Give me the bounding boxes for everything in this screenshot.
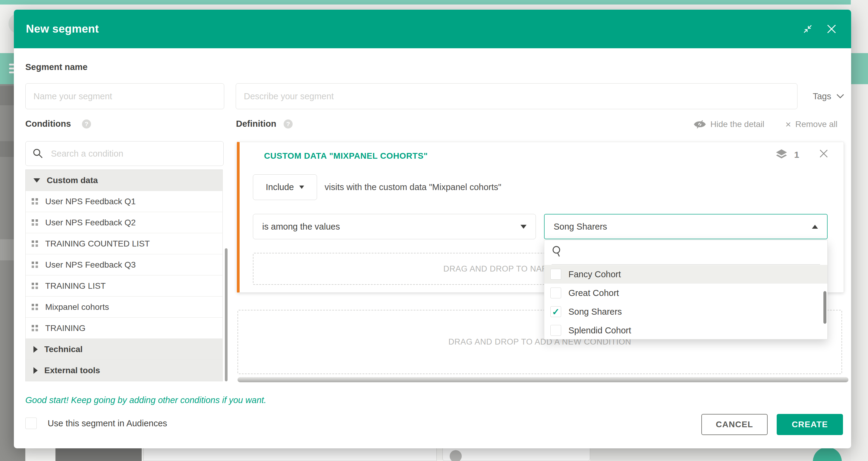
dropdown-search[interactable]	[552, 245, 563, 259]
condition-sentence: visits with the custom data "Mixpanel co…	[324, 174, 501, 200]
audiences-checkbox-row[interactable]: Use this segment in Audiences	[25, 417, 167, 429]
remove-all-x-icon: ×	[785, 120, 791, 128]
values-dropdown[interactable]: Song Sharers	[544, 214, 828, 239]
drag-handle-icon[interactable]	[32, 304, 38, 310]
values-dropdown-panel: Fancy Cohort Great Cohort Song Sharers S…	[544, 240, 828, 339]
remove-all-button[interactable]: × Remove all	[785, 119, 838, 129]
background-panel	[144, 447, 437, 461]
condition-item[interactable]: User NPS Feedback Q1	[26, 191, 222, 212]
layers-icon	[775, 149, 788, 161]
condition-group-external-tools[interactable]: External tools	[26, 360, 222, 381]
conditions-list-scrollbar[interactable]	[225, 248, 227, 381]
search-placeholder: Search a condition	[51, 149, 123, 159]
background-top-bar	[0, 0, 868, 4]
drag-handle-icon[interactable]	[32, 198, 38, 205]
collapse-icon[interactable]	[802, 23, 814, 35]
option-great-cohort[interactable]: Great Cohort	[544, 284, 827, 302]
checkbox-checked[interactable]	[550, 306, 561, 317]
conditions-label: Conditions	[25, 119, 71, 129]
definition-label: Definition	[236, 119, 276, 129]
condition-item[interactable]: TRAINING COUNTED LIST	[26, 233, 222, 254]
create-button[interactable]: CREATE	[777, 414, 843, 435]
remove-all-label: Remove all	[795, 119, 838, 129]
segment-name-input[interactable]	[25, 83, 224, 109]
hide-detail-label: Hide the detail	[710, 119, 764, 129]
definition-help-icon[interactable]: ?	[284, 119, 293, 128]
tags-dropdown[interactable]: Tags	[798, 83, 844, 109]
triangle-down-icon	[521, 225, 527, 229]
checkbox-unchecked[interactable]	[550, 325, 561, 336]
conditions-help-icon[interactable]: ?	[82, 119, 91, 128]
drag-handle-icon[interactable]	[32, 283, 38, 289]
layer-count: 1	[794, 150, 799, 160]
drag-handle-icon[interactable]	[32, 219, 38, 226]
conditions-list: Custom data User NPS Feedback Q1 User NP…	[25, 170, 223, 381]
drag-handle-icon[interactable]	[32, 325, 38, 331]
caret-down-icon	[33, 178, 40, 182]
dropdown-divider	[552, 264, 820, 265]
triangle-up-icon	[812, 225, 818, 229]
condition-search-input[interactable]: Search a condition	[25, 141, 224, 166]
background-avatar-dot	[450, 450, 462, 461]
modal-title: New segment	[26, 23, 802, 35]
condition-item[interactable]: User NPS Feedback Q3	[26, 254, 222, 276]
drag-handle-icon[interactable]	[32, 240, 38, 247]
option-fancy-cohort[interactable]: Fancy Cohort	[544, 265, 827, 284]
checkbox-unchecked[interactable]	[550, 288, 561, 298]
checkbox-unchecked[interactable]	[550, 269, 561, 280]
include-dropdown[interactable]: Include	[253, 174, 317, 200]
layer-counter: 1	[775, 149, 799, 161]
chevron-down-icon	[836, 93, 844, 99]
condition-group-custom-data[interactable]: Custom data	[26, 170, 222, 191]
search-icon	[552, 245, 563, 258]
condition-close-icon[interactable]	[819, 149, 829, 160]
caret-right-icon	[33, 346, 38, 353]
condition-item[interactable]: Mixpanel cohorts	[26, 296, 222, 318]
modal-header: New segment	[14, 10, 851, 48]
condition-item[interactable]: TRAINING	[26, 318, 222, 339]
cancel-button[interactable]: CANCEL	[701, 414, 768, 435]
dropdown-scrollbar[interactable]	[824, 291, 827, 324]
drag-handle-icon[interactable]	[32, 262, 38, 268]
condition-item[interactable]: User NPS Feedback Q2	[26, 212, 222, 233]
definition-horizontal-scrollbar[interactable]	[238, 377, 848, 382]
condition-group-technical[interactable]: Technical	[26, 339, 222, 360]
option-splendid-cohort[interactable]: Splendid Cohort	[544, 321, 827, 340]
segment-description-input[interactable]	[236, 83, 798, 109]
condition-card-title: CUSTOM DATA "MIXPANEL COHORTS"	[264, 151, 428, 161]
audiences-checkbox[interactable]	[25, 417, 37, 429]
audiences-label: Use this segment in Audiences	[48, 419, 167, 428]
caret-right-icon	[33, 367, 38, 374]
tags-label: Tags	[813, 91, 831, 102]
triangle-down-icon	[299, 185, 304, 189]
progress-hint: Good start! Keep going by adding other c…	[25, 395, 267, 405]
background-panel-gray	[590, 448, 851, 461]
condition-item[interactable]: TRAINING LIST	[26, 276, 222, 296]
new-segment-modal: New segment Segment name Tags Conditions…	[14, 10, 851, 448]
operator-dropdown[interactable]: is among the values	[253, 214, 536, 239]
option-song-sharers[interactable]: Song Sharers	[544, 302, 827, 321]
eye-slash-icon	[693, 120, 706, 129]
search-icon	[32, 148, 44, 159]
segment-name-label: Segment name	[25, 62, 87, 72]
hide-detail-button[interactable]: Hide the detail	[693, 119, 764, 129]
close-icon[interactable]	[826, 23, 837, 35]
